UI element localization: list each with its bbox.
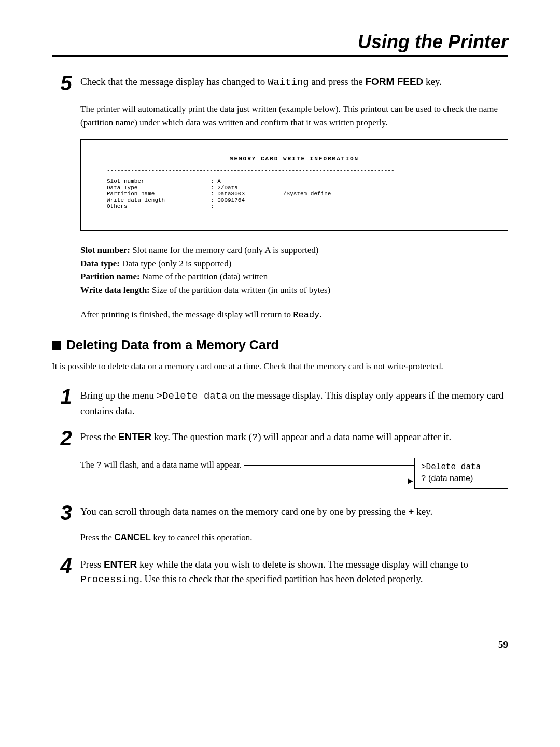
- step-1: 1 Bring up the menu >Delete data on the …: [52, 386, 508, 418]
- mono-text: Waiting: [268, 77, 309, 88]
- def-text: Size of the partition data written (in u…: [150, 285, 330, 295]
- key-name: FORM FEED: [365, 76, 423, 87]
- step-body: Bring up the menu >Delete data on the me…: [80, 386, 508, 418]
- printout-row: Partition name : DataS003 /System define: [107, 191, 482, 197]
- text: ) will appear and a data name will appea…: [258, 431, 451, 442]
- step-number: 3: [52, 502, 80, 523]
- printout-cell: Write data length: [107, 197, 211, 203]
- text: The: [80, 460, 96, 470]
- step-number: 4: [52, 555, 80, 587]
- text: key while the data you wish to delete is…: [137, 559, 468, 570]
- text: (data name): [426, 474, 473, 483]
- step-number: 5: [52, 73, 80, 93]
- after-print-note: After printing is finished, the message …: [80, 308, 508, 322]
- text: and press the: [309, 76, 366, 87]
- arrow-icon: ▶: [408, 476, 413, 486]
- text: Press the: [80, 532, 114, 542]
- printout-title: MEMORY CARD WRITE INFORMATION: [107, 156, 482, 162]
- mono-text: ?: [96, 460, 102, 470]
- printout-cell: : DataS003: [211, 191, 283, 197]
- def-label: Partition name:: [80, 272, 140, 281]
- text: Press: [80, 559, 104, 570]
- mono-text: Ready: [293, 310, 319, 320]
- mono-text: ?: [252, 432, 258, 443]
- step-3: 3 You can scroll through data names on t…: [52, 502, 508, 523]
- text: key to cancel this operation.: [151, 532, 252, 542]
- flash-text: The ? will flash, and a data name will a…: [80, 458, 242, 470]
- text: Press the: [80, 431, 118, 442]
- step-2: 2 Press the ENTER key. The question mark…: [52, 428, 508, 448]
- printout-cell: Partition name: [107, 191, 211, 197]
- def-label: Write data length:: [80, 285, 150, 295]
- def-text: Name of the partition (data) written: [140, 272, 268, 281]
- mono-text: Processing: [80, 574, 139, 585]
- key-name: CANCEL: [114, 532, 151, 542]
- def-text: Data type (only 2 is supported): [120, 259, 231, 269]
- printout-cell: /System define: [283, 191, 331, 197]
- printout-cell: Slot number: [107, 178, 211, 185]
- step-body: Check that the message display has chang…: [80, 73, 508, 93]
- printout-row: Others :: [107, 203, 482, 209]
- step-body: You can scroll through data names on the…: [80, 502, 508, 523]
- step-body: Press the ENTER key. The question mark (…: [80, 428, 508, 448]
- display-line: ? (data name): [421, 473, 501, 485]
- printout-cell: Data Type: [107, 185, 211, 191]
- printout-row: Write data length : 00091764: [107, 197, 482, 203]
- printout-cell: Others: [107, 203, 211, 209]
- text: You can scroll through data names on the…: [80, 506, 408, 517]
- printout-cell: : A: [211, 178, 283, 185]
- text: Check that the message display has chang…: [80, 76, 268, 87]
- text: Bring up the menu: [80, 390, 157, 401]
- square-bullet-icon: [52, 341, 61, 350]
- def-label: Data type:: [80, 259, 120, 269]
- printout-cell: :: [211, 203, 283, 209]
- text: key.: [414, 506, 432, 517]
- mono-text: >Delete data: [157, 390, 228, 402]
- printout-row: Slot number : A: [107, 178, 482, 185]
- key-name: +: [408, 506, 414, 517]
- text: After printing is finished, the message …: [80, 309, 293, 319]
- step-5: 5 Check that the message display has cha…: [52, 73, 508, 93]
- text: key.: [423, 76, 442, 87]
- mono-text: ?: [421, 474, 426, 484]
- step-number: 2: [52, 428, 80, 448]
- printout-row: Data Type : 2/Data: [107, 185, 482, 191]
- text: will flash, and a data name will appear.: [102, 460, 242, 470]
- printout-cell: : 2/Data: [211, 185, 283, 191]
- step-4: 4 Press ENTER key while the data you wis…: [52, 555, 508, 587]
- text: . Use this to check that the specified p…: [139, 573, 423, 584]
- divider-dashes: ----------------------------------------…: [107, 167, 482, 173]
- text: .: [319, 309, 321, 319]
- flash-row: The ? will flash, and a data name will a…: [80, 458, 508, 489]
- key-name: ENTER: [104, 559, 137, 570]
- text: key. The question mark (: [151, 431, 252, 442]
- def-label: Slot number:: [80, 245, 130, 255]
- page-number: 59: [52, 639, 508, 651]
- key-name: ENTER: [118, 431, 151, 442]
- step-paragraph: The printer will automatically print the…: [80, 103, 508, 129]
- step-note: Press the CANCEL key to cancel this oper…: [80, 532, 508, 543]
- page-header: Using the Printer: [52, 31, 508, 57]
- definitions: Slot number: Slot name for the memory ca…: [80, 244, 508, 297]
- printout-cell: : 00091764: [211, 197, 283, 203]
- leader-line: [244, 465, 414, 466]
- step-body: Press ENTER key while the data you wish …: [80, 555, 508, 587]
- display-line: >Delete data: [421, 461, 501, 473]
- display-box: ▶ >Delete data ? (data name): [414, 458, 508, 489]
- section-intro: It is possible to delete data on a memor…: [52, 360, 508, 373]
- def-text: Slot name for the memory card (only A is…: [130, 245, 319, 255]
- step-number: 1: [52, 386, 80, 418]
- section-heading: Deleting Data from a Memory Card: [52, 337, 508, 353]
- printout-sample: MEMORY CARD WRITE INFORMATION ----------…: [80, 139, 508, 231]
- heading-text: Deleting Data from a Memory Card: [66, 337, 279, 352]
